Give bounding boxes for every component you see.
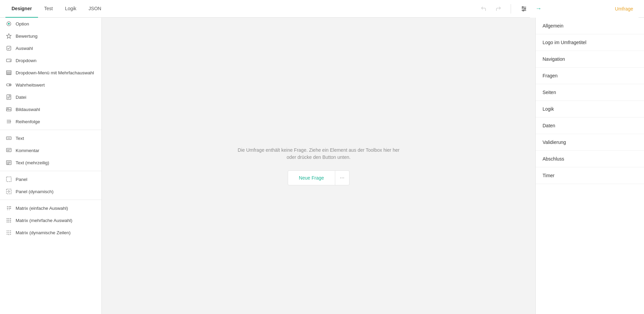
svg-point-52 (8, 222, 10, 223)
svg-point-40 (9, 208, 10, 209)
svg-point-51 (7, 222, 8, 223)
matrix-single-icon (5, 205, 12, 211)
header-divider (511, 4, 511, 14)
main-layout: Option Bewertung Auswahl (0, 18, 644, 314)
svg-point-61 (8, 234, 10, 235)
text-icon (5, 135, 12, 141)
toolbox-panel: Option Bewertung Auswahl (0, 18, 102, 314)
toolbox-item-matrix-dynamic[interactable]: Matrix (dynamische Zeilen) (0, 226, 101, 239)
image-icon (5, 107, 12, 112)
star-icon (5, 33, 12, 39)
right-panel: Allgemein Logo im Umfragetitel Navigatio… (535, 18, 644, 314)
svg-rect-9 (7, 46, 11, 50)
tab-logik[interactable]: Logik (59, 0, 82, 18)
tab-designer[interactable]: Designer (5, 0, 38, 18)
right-panel-item-fragen[interactable]: Fragen (536, 68, 644, 84)
svg-point-53 (10, 222, 11, 223)
sort-icon (5, 119, 12, 124)
svg-point-56 (10, 230, 11, 232)
new-question-more-button[interactable]: ··· (335, 171, 349, 185)
svg-point-62 (10, 234, 11, 235)
svg-point-3 (522, 6, 523, 7)
svg-point-47 (10, 218, 11, 219)
toolbox-item-dropdown[interactable]: Dropdown (0, 54, 101, 67)
checkbox-icon (5, 45, 12, 51)
tab-test[interactable]: Test (38, 0, 59, 18)
comment-icon (5, 148, 12, 153)
matrix-multi-icon (5, 218, 12, 223)
svg-point-48 (7, 220, 8, 221)
svg-point-43 (10, 206, 11, 207)
toggle-icon (5, 82, 12, 88)
redo-icon (495, 6, 501, 12)
app-header: Designer Test Logik JSON (0, 0, 644, 18)
right-panel-item-validierung[interactable]: Validierung (536, 134, 644, 151)
settings-button[interactable] (518, 3, 530, 15)
svg-point-15 (9, 84, 11, 86)
svg-rect-13 (6, 74, 11, 75)
header-actions (478, 3, 530, 15)
file-icon (5, 94, 12, 100)
arrow-right-icon: → (535, 5, 542, 12)
svg-point-55 (8, 230, 10, 232)
svg-point-54 (7, 230, 8, 232)
svg-line-63 (8, 235, 9, 235)
toolbox-item-bewertung[interactable]: Bewertung (0, 30, 101, 42)
undo-button[interactable] (478, 3, 489, 14)
right-panel-item-navigation[interactable]: Navigation (536, 51, 644, 68)
right-panel-item-daten[interactable]: Daten (536, 117, 644, 134)
right-panel-item-seiten[interactable]: Seiten (536, 84, 644, 101)
right-panel-item-timer[interactable]: Timer (536, 167, 644, 184)
svg-rect-33 (6, 177, 11, 182)
toolbox-item-kommentar[interactable]: Kommentar (0, 144, 101, 156)
canvas-empty-message: Die Umfrage enthält keine Frage. Ziehe e… (234, 147, 403, 161)
toolbox-item-option[interactable]: Option (0, 18, 101, 30)
svg-rect-10 (6, 59, 11, 62)
toolbox-item-panel[interactable]: Panel (0, 173, 101, 185)
svg-point-5 (523, 10, 524, 11)
svg-point-59 (10, 232, 11, 233)
toolbox-item-matrix-multi[interactable]: Matrix (mehrfache Auswahl) (0, 214, 101, 226)
svg-point-58 (8, 232, 10, 233)
new-question-button[interactable]: Neue Frage (288, 171, 335, 185)
redo-button[interactable] (493, 3, 504, 14)
toolbox-item-matrix-single[interactable]: Matrix (einfache Auswahl) (0, 202, 101, 214)
svg-point-44 (10, 208, 11, 209)
svg-point-42 (9, 209, 10, 210)
panel-dynamic-icon (5, 189, 12, 194)
undo-icon (480, 6, 487, 12)
toolbox-item-reihenfolge[interactable]: Reihenfolge (0, 115, 101, 128)
svg-point-39 (9, 206, 10, 207)
toolbox-item-text[interactable]: Text (0, 132, 101, 144)
tab-json[interactable]: JSON (82, 0, 107, 18)
toolbox-item-datei[interactable]: Datei (0, 91, 101, 103)
toolbox-item-panel-dynamic[interactable]: Panel (dynamisch) (0, 185, 101, 198)
matrix-dynamic-icon (5, 230, 12, 235)
divider-3 (0, 200, 101, 200)
right-panel-item-logik[interactable]: Logik (536, 101, 644, 117)
toolbox-item-text-mehrzeilig[interactable]: Text (mehrzeilig) (0, 156, 101, 169)
option-icon (5, 21, 12, 26)
toolbox-item-wahrheitswert[interactable]: Wahrheitswert (0, 79, 101, 91)
svg-point-41 (7, 209, 8, 210)
svg-point-60 (7, 234, 8, 235)
svg-point-50 (10, 220, 11, 221)
new-question-row: Neue Frage ··· (288, 170, 349, 185)
toolbox-item-bildauswahl[interactable]: Bildauswahl (0, 103, 101, 115)
divider-2 (0, 171, 101, 171)
right-panel-header: → Umfrage (530, 0, 639, 18)
toolbox-item-auswahl[interactable]: Auswahl (0, 42, 101, 54)
toolbox-item-dropdown-multi[interactable]: Dropdown-Menü mit Mehrfachauswahl (0, 67, 101, 79)
svg-point-4 (525, 8, 526, 9)
right-panel-item-logo[interactable]: Logo im Umfragetitel (536, 34, 644, 51)
survey-canvas: Die Umfrage enthält keine Frage. Ziehe e… (102, 18, 535, 314)
right-panel-item-allgemein[interactable]: Allgemein (536, 18, 644, 34)
svg-point-46 (8, 218, 10, 219)
svg-point-38 (7, 208, 8, 209)
svg-point-49 (8, 220, 10, 221)
divider-1 (0, 130, 101, 130)
right-panel-item-abschluss[interactable]: Abschluss (536, 151, 644, 167)
svg-point-57 (7, 232, 8, 233)
svg-rect-26 (6, 148, 11, 152)
svg-marker-8 (6, 34, 11, 38)
